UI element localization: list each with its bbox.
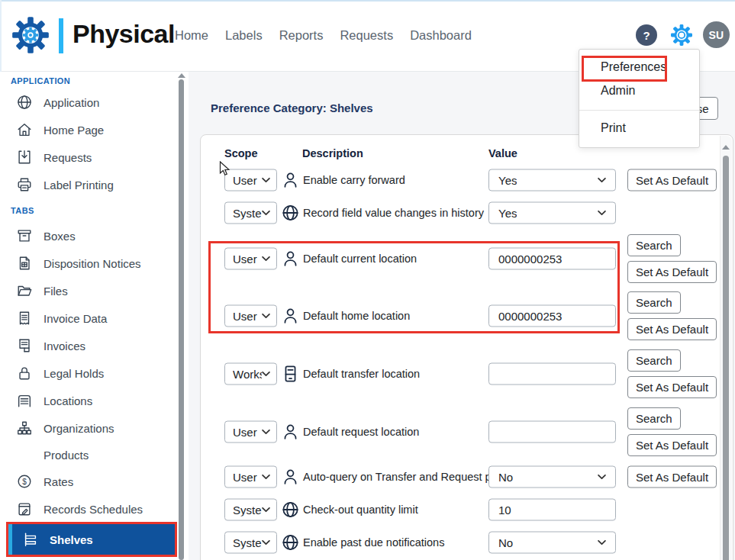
sidebar-item-records-schedules[interactable]: Records Schedules: [0, 495, 176, 523]
sidebar-item-application[interactable]: Application: [0, 89, 176, 116]
user-icon: [281, 423, 300, 442]
sidebar-item-label: Rates: [44, 475, 73, 488]
value-input[interactable]: [488, 305, 616, 327]
sidebar-item-rates[interactable]: $ Rates: [0, 468, 176, 495]
chevron-down-icon: [262, 178, 270, 183]
sidebar-item-shelves-selected[interactable]: Shelves: [6, 522, 177, 557]
value-select-value: No: [498, 536, 513, 549]
pref-description: Record field value changes in history: [303, 207, 484, 219]
request-tray-icon: [16, 149, 33, 166]
window-top-edge: [0, 0, 735, 2]
menu-item-preferences[interactable]: Preferences: [579, 56, 699, 79]
sidebar-item-label: Invoices: [44, 340, 85, 352]
search-button[interactable]: Search: [627, 291, 681, 314]
column-header-description: Description: [302, 147, 363, 159]
nav-reports[interactable]: Reports: [279, 28, 324, 43]
value-input[interactable]: [488, 499, 616, 521]
chevron-down-icon: [262, 540, 270, 546]
shelf-icon: [22, 531, 39, 548]
set-as-default-button[interactable]: Set As Default: [627, 434, 717, 456]
sidebar-item-invoice-data[interactable]: Invoice Data: [0, 304, 176, 332]
user-avatar[interactable]: SU: [703, 21, 730, 48]
scope-select[interactable]: User: [224, 169, 277, 191]
menu-item-print[interactable]: Print: [579, 117, 699, 140]
org-chart-icon: [16, 420, 33, 436]
nav-requests[interactable]: Requests: [340, 28, 393, 43]
panel-scrollbar[interactable]: [720, 136, 732, 560]
scope-select[interactable]: Syster: [224, 202, 277, 224]
scroll-up-arrow-icon[interactable]: [722, 145, 730, 150]
sidebar-item-label: Disposition Notices: [44, 257, 141, 270]
sidebar-scrollbar[interactable]: [177, 72, 186, 560]
scope-select[interactable]: User: [224, 466, 277, 488]
chevron-down-icon: [262, 372, 270, 377]
nav-labels[interactable]: Labels: [225, 28, 263, 43]
sidebar-item-organizations[interactable]: Organizations: [0, 414, 176, 442]
sidebar-item-requests[interactable]: Requests: [0, 143, 176, 171]
set-as-default-button[interactable]: Set As Default: [627, 376, 717, 398]
user-icon: [281, 307, 300, 326]
pref-description: Auto-query on Transfer and Request pages: [303, 471, 515, 483]
sidebar-item-disposition-notices[interactable]: Disposition Notices: [0, 249, 176, 277]
scope-select[interactable]: Works: [224, 363, 277, 385]
sidebar-item-products[interactable]: Products: [0, 441, 176, 468]
set-as-default-button[interactable]: Set As Default: [627, 261, 717, 283]
pref-description: Enable past due notifications: [303, 536, 444, 549]
scope-select[interactable]: User: [224, 421, 277, 443]
sidebar-item-label-printing[interactable]: Label Printing: [0, 171, 176, 198]
sidebar-item-home-page[interactable]: Home Page: [0, 116, 176, 143]
set-as-default-button[interactable]: Set As Default: [627, 466, 717, 488]
search-button[interactable]: Search: [627, 234, 681, 256]
nav-dashboard[interactable]: Dashboard: [410, 28, 472, 43]
menu-item-admin[interactable]: Admin: [579, 79, 699, 102]
sidebar-section-application: APPLICATION: [11, 76, 70, 85]
scope-select[interactable]: User: [224, 248, 277, 270]
pref-description: Check-out quantity limit: [303, 504, 418, 516]
sidebar-item-label: Legal Holds: [44, 367, 104, 380]
settings-gear-icon[interactable]: [670, 24, 693, 47]
pref-row: User Enable carry forward Yes Set As Def…: [201, 163, 714, 197]
sidebar-scroll-thumb[interactable]: [179, 79, 184, 560]
scope-select[interactable]: Syster: [224, 532, 277, 554]
panel-scroll-thumb[interactable]: [723, 156, 729, 560]
page-title: Preference Category: Shelves: [211, 101, 373, 114]
chevron-down-icon: [262, 507, 270, 513]
globe-icon: [281, 204, 300, 223]
scroll-up-arrow-icon[interactable]: [178, 73, 185, 78]
search-button[interactable]: Search: [627, 407, 681, 430]
sidebar-item-label: Products: [44, 449, 89, 462]
help-icon[interactable]: ?: [636, 24, 657, 46]
user-icon: [281, 468, 300, 487]
sidebar-item-invoices[interactable]: Invoices: [0, 332, 176, 359]
chevron-down-icon: [598, 211, 606, 216]
nav-home[interactable]: Home: [175, 28, 208, 43]
sidebar-item-legal-holds[interactable]: Legal Holds: [0, 359, 176, 387]
help-glyph: ?: [643, 29, 650, 42]
pref-row: User Auto-query on Transfer and Request …: [201, 460, 714, 494]
scope-select[interactable]: Syster: [224, 499, 277, 521]
sidebar-item-files[interactable]: Files: [0, 277, 176, 304]
value-select[interactable]: No: [488, 532, 616, 554]
pref-description: Default current location: [303, 253, 417, 265]
value-input[interactable]: [488, 248, 616, 270]
sidebar-item-label: Application: [44, 96, 99, 109]
dollar-circle-icon: $: [16, 473, 33, 490]
box-icon: [16, 227, 33, 244]
sidebar-item-label: Home Page: [44, 124, 104, 137]
search-button[interactable]: Search: [627, 349, 681, 372]
value-select[interactable]: Yes: [488, 202, 616, 224]
scope-select[interactable]: User: [224, 305, 277, 327]
settings-menu: Preferences Admin Print: [579, 49, 700, 148]
sidebar-item-locations[interactable]: Locations: [0, 387, 176, 414]
value-input[interactable]: [488, 363, 616, 385]
value-input[interactable]: [488, 421, 616, 443]
value-select[interactable]: Yes: [488, 169, 616, 191]
pref-row: Works Default transfer location Search S…: [201, 345, 714, 403]
sidebar-item-boxes[interactable]: Boxes: [0, 222, 176, 249]
set-as-default-button[interactable]: Set As Default: [627, 318, 717, 340]
chevron-down-icon: [262, 430, 270, 435]
document-report-icon: [16, 255, 33, 272]
set-as-default-button[interactable]: Set As Default: [627, 169, 717, 191]
value-select[interactable]: No: [488, 466, 616, 488]
logo-divider-bar: [59, 18, 63, 53]
